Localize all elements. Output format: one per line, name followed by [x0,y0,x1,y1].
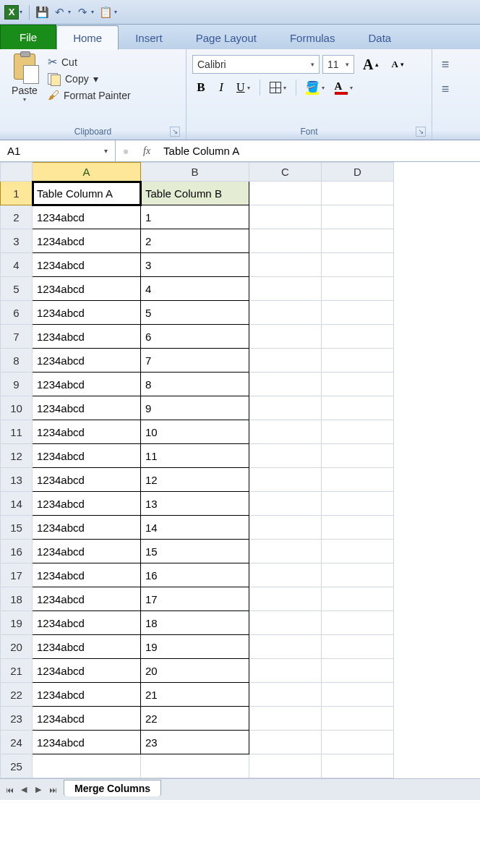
tab-data[interactable]: Data [351,25,408,49]
cell-D15[interactable] [322,516,394,540]
cell-D5[interactable] [322,277,394,301]
cell-D24[interactable] [322,731,394,754]
formula-bar-input[interactable]: Table Column A [158,145,245,157]
font-color-button[interactable]: A [331,78,356,97]
sheet-nav-last-icon[interactable]: ⏭ [46,783,59,796]
row-header-20[interactable]: 20 [1,635,33,659]
qat-customize-icon[interactable]: ▾ [114,9,117,15]
cell-B5[interactable]: 4 [141,277,249,301]
cell-B7[interactable]: 6 [141,325,249,349]
copy-button[interactable]: Copy ▾ [48,73,131,85]
row-header-10[interactable]: 10 [1,396,33,420]
grow-font-button[interactable]: A▴ [357,55,382,74]
cell-B9[interactable]: 8 [141,373,249,396]
font-name-combo[interactable]: Calibri ▾ [192,55,320,74]
cell-B19[interactable]: 18 [141,611,249,635]
row-header-22[interactable]: 22 [1,683,33,707]
cell-A24[interactable]: 1234abcd [33,731,141,754]
cell-B17[interactable]: 16 [141,563,249,587]
cell-A5[interactable]: 1234abcd [33,277,141,301]
cell-A9[interactable]: 1234abcd [33,373,141,396]
row-header-25[interactable]: 25 [1,754,33,778]
paste-dropdown-icon[interactable]: ▾ [23,96,26,103]
cell-C21[interactable] [249,659,322,683]
cell-D16[interactable] [322,540,394,563]
row-header-1[interactable]: 1 [1,182,33,205]
cell-D6[interactable] [322,301,394,325]
row-header-24[interactable]: 24 [1,731,33,754]
cell-A18[interactable]: 1234abcd [33,587,141,611]
cell-B12[interactable]: 11 [141,444,249,468]
cell-B25[interactable] [141,754,249,778]
cell-D11[interactable] [322,420,394,444]
cell-B3[interactable]: 2 [141,229,249,253]
cut-button[interactable]: ✂ Cut [48,55,131,69]
tab-page-layout[interactable]: Page Layout [179,25,273,49]
sheet-nav-first-icon[interactable]: ⏮ [3,783,16,796]
cell-A13[interactable]: 1234abcd [33,468,141,492]
cell-B23[interactable]: 22 [141,707,249,731]
bold-button[interactable]: B [192,78,210,97]
cell-A10[interactable]: 1234abcd [33,396,141,420]
cell-D13[interactable] [322,468,394,492]
cell-D9[interactable] [322,373,394,396]
row-header-18[interactable]: 18 [1,587,33,611]
cell-C24[interactable] [249,731,322,754]
tab-home[interactable]: Home [56,25,119,50]
tab-file[interactable]: File [0,25,56,49]
cell-A15[interactable]: 1234abcd [33,516,141,540]
cell-C3[interactable] [249,229,322,253]
cell-B24[interactable]: 23 [141,731,249,754]
row-header-3[interactable]: 3 [1,229,33,253]
cell-C5[interactable] [249,277,322,301]
cell-C6[interactable] [249,301,322,325]
worksheet-grid[interactable]: ABCD1Table Column ATable Column B21234ab… [0,162,480,778]
cell-D2[interactable] [322,205,394,229]
cell-B10[interactable]: 9 [141,396,249,420]
row-header-14[interactable]: 14 [1,492,33,516]
row-header-6[interactable]: 6 [1,301,33,325]
redo-icon[interactable]: ↷ [74,4,90,20]
fx-icon[interactable]: fx [136,145,158,157]
row-header-7[interactable]: 7 [1,325,33,349]
cell-A8[interactable]: 1234abcd [33,349,141,373]
cell-B18[interactable]: 17 [141,587,249,611]
format-painter-button[interactable]: 🖌 Format Painter [48,89,131,102]
shrink-font-button[interactable]: A▾ [385,55,407,74]
cell-B21[interactable]: 20 [141,659,249,683]
cell-C10[interactable] [249,396,322,420]
font-size-combo[interactable]: 11 ▾ [322,55,354,74]
cell-D12[interactable] [322,444,394,468]
row-header-19[interactable]: 19 [1,611,33,635]
cell-A3[interactable]: 1234abcd [33,229,141,253]
cell-A1[interactable]: Table Column A [33,182,141,205]
cell-D7[interactable] [322,325,394,349]
fill-color-button[interactable]: 🪣 [302,78,328,97]
cell-B6[interactable]: 5 [141,301,249,325]
underline-button[interactable]: U [233,78,254,97]
cell-D14[interactable] [322,492,394,516]
cell-C12[interactable] [249,444,322,468]
cell-C20[interactable] [249,635,322,659]
column-header-A[interactable]: A [33,163,141,182]
cell-C22[interactable] [249,683,322,707]
cell-C2[interactable] [249,205,322,229]
cell-B2[interactable]: 1 [141,205,249,229]
cell-B1[interactable]: Table Column B [141,182,249,205]
cell-C11[interactable] [249,420,322,444]
cell-D17[interactable] [322,563,394,587]
cell-D20[interactable] [322,635,394,659]
tab-insert[interactable]: Insert [119,25,179,49]
cell-A17[interactable]: 1234abcd [33,563,141,587]
cell-A21[interactable]: 1234abcd [33,659,141,683]
cell-D25[interactable] [322,754,394,778]
borders-button[interactable] [266,78,290,97]
row-header-9[interactable]: 9 [1,373,33,396]
cell-A20[interactable]: 1234abcd [33,635,141,659]
font-dialog-launcher-icon[interactable]: ↘ [416,127,426,137]
cell-C7[interactable] [249,325,322,349]
cell-D10[interactable] [322,396,394,420]
cell-B16[interactable]: 15 [141,540,249,563]
redo-dropdown-icon[interactable]: ▾ [91,9,94,15]
row-header-15[interactable]: 15 [1,516,33,540]
